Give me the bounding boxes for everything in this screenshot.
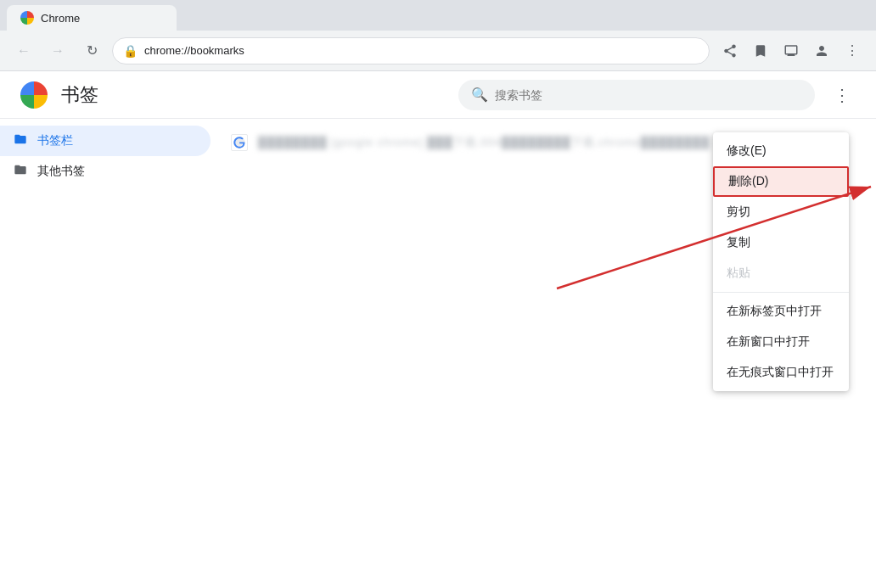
bookmark-favicon xyxy=(231,134,248,151)
menu-item-open-new-window[interactable]: 在新窗口中打开 xyxy=(713,327,849,357)
forward-button[interactable]: → xyxy=(44,37,71,64)
menu-item-delete[interactable]: 删除(D) xyxy=(713,166,849,197)
sidebar-item-bookmarks-bar[interactable]: 书签栏 xyxy=(0,126,211,156)
menu-item-edit[interactable]: 修改(E) xyxy=(713,136,849,166)
page-content: 书签栏 其他书签 ████████ [google xyxy=(0,119,876,588)
search-bar[interactable]: 🔍 xyxy=(458,80,815,110)
browser-frame: Chrome ← → ↻ 🔒 chrome://bookmarks ⋮ xyxy=(0,0,876,588)
bookmark-list: ████████ [google chrome] ███下载.004██████… xyxy=(217,119,876,588)
back-button[interactable]: ← xyxy=(10,37,37,64)
menu-item-open-new-tab[interactable]: 在新标签页中打开 xyxy=(713,296,849,327)
tab-title: Chrome xyxy=(41,12,80,25)
menu-item-cut[interactable]: 剪切 xyxy=(713,197,849,227)
sidebar: 书签栏 其他书签 xyxy=(0,119,217,588)
chrome-logo xyxy=(20,81,48,109)
toolbar-actions: ⋮ xyxy=(716,37,866,64)
tab-favicon xyxy=(20,11,34,25)
sidebar-item-label-other: 其他书签 xyxy=(37,164,85,179)
sidebar-item-label: 书签栏 xyxy=(37,133,73,148)
folder-icon xyxy=(14,132,27,149)
browser-tab[interactable]: Chrome xyxy=(7,5,177,31)
toolbar: ← → ↻ 🔒 chrome://bookmarks ⋮ xyxy=(0,31,876,71)
profile-button[interactable] xyxy=(808,37,835,64)
menu-item-open-incognito[interactable]: 在无痕式窗口中打开 xyxy=(713,357,849,388)
search-input[interactable] xyxy=(495,88,802,102)
folder-icon-other xyxy=(14,163,27,180)
search-icon: 🔍 xyxy=(471,87,488,103)
page-header: 书签 🔍 ⋮ xyxy=(0,71,876,119)
menu-item-copy[interactable]: 复制 xyxy=(713,227,849,258)
address-text: chrome://bookmarks xyxy=(144,44,699,57)
sidebar-item-other-bookmarks[interactable]: 其他书签 xyxy=(0,156,211,187)
page-title: 书签 xyxy=(61,82,98,108)
secure-icon: 🔒 xyxy=(123,44,138,58)
menu-divider xyxy=(713,292,849,293)
reload-button[interactable]: ↻ xyxy=(78,37,105,64)
share-button[interactable] xyxy=(716,37,744,64)
context-menu: 修改(E) 删除(D) 剪切 复制 粘贴 在新标签页中打开 xyxy=(713,132,849,391)
desktop-button[interactable] xyxy=(778,37,805,64)
address-bar[interactable]: 🔒 chrome://bookmarks xyxy=(112,37,710,64)
more-options-button[interactable]: ⋮ xyxy=(839,37,866,64)
bookmarks-more-button[interactable]: ⋮ xyxy=(828,81,856,109)
bookmark-button[interactable] xyxy=(747,37,774,64)
menu-item-paste: 粘贴 xyxy=(713,258,849,288)
tab-bar: Chrome xyxy=(0,0,876,31)
